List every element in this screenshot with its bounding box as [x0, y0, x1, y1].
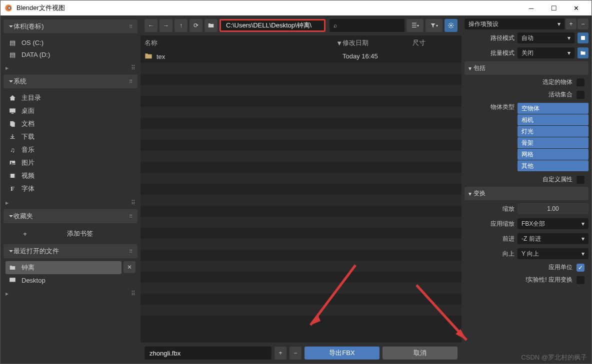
maximize-button[interactable]: ☐	[542, 0, 565, 15]
path-input[interactable]: C:\Users\DELL\Desktop\钟离\	[220, 19, 326, 32]
apply-scale-select[interactable]: FBX全部▾	[518, 218, 588, 229]
cancel-button[interactable]: 取消	[382, 347, 458, 360]
svg-point-8	[11, 162, 12, 163]
sidebar: 体积(卷标) ⠿ ▤OS (C:) ▤DATA (D:) ▸⠿ 系统 ⠿ 主目录…	[0, 15, 140, 364]
svg-rect-6	[12, 122, 15, 127]
object-type-camera[interactable]: 相机	[518, 114, 588, 125]
plus-icon: +	[23, 230, 27, 238]
favorites-header[interactable]: 收藏夹 ⠿	[4, 209, 138, 223]
sidebar-item-desktop[interactable]: 桌面	[6, 104, 136, 117]
close-button[interactable]: ✕	[565, 0, 588, 15]
experimental-label: !实验性! 应用变换	[526, 276, 572, 284]
drag-dots-icon: ⠿	[129, 79, 132, 84]
bottom-bar: zhongli.fbx + − 导出FBX 取消	[140, 343, 462, 364]
decrement-button[interactable]: −	[290, 347, 302, 360]
export-button[interactable]: 导出FBX	[304, 347, 380, 360]
path-mode-select[interactable]: 自动▾	[518, 32, 574, 43]
folder-icon	[8, 264, 16, 272]
music-icon: ♫	[8, 146, 16, 154]
display-mode-button[interactable]: ☰▾	[406, 19, 424, 32]
new-folder-button[interactable]: +	[204, 19, 218, 32]
object-types-label: 物体类型	[464, 103, 514, 111]
sidebar-item-pictures[interactable]: 图片	[6, 156, 136, 169]
chevron-down-icon: ▾	[558, 20, 560, 27]
chevron-down-icon: ▾	[582, 235, 584, 242]
sidebar-item-fonts[interactable]: F字体	[6, 182, 136, 195]
up-select[interactable]: Y 向上▾	[518, 248, 588, 259]
batch-own-dir-button[interactable]	[578, 47, 588, 58]
nav-forward-button[interactable]: →	[160, 19, 172, 32]
filter-button[interactable]: ▾	[426, 19, 442, 32]
minimize-button[interactable]: ─	[520, 0, 542, 15]
object-type-mesh[interactable]: 网格	[518, 149, 588, 160]
object-type-empty[interactable]: 空物体	[518, 103, 588, 114]
file-row[interactable]: tex Today 16:45	[140, 50, 462, 63]
active-collection-checkbox[interactable]	[576, 91, 584, 99]
remove-recent-button[interactable]: ✕	[124, 261, 136, 273]
drive-icon: ▤	[8, 50, 16, 58]
titlebar: Blender文件视图 ─ ☐ ✕	[0, 0, 592, 15]
desktop-icon	[8, 107, 16, 115]
apply-unit-checkbox[interactable]: ✓	[576, 264, 584, 272]
scale-input[interactable]: 1.00	[518, 203, 588, 214]
system-header[interactable]: 系统 ⠿	[4, 74, 138, 88]
download-icon	[8, 133, 16, 141]
apply-scale-label: 应用缩放	[464, 220, 514, 228]
object-type-light[interactable]: 灯光	[518, 126, 588, 137]
selected-objects-checkbox[interactable]	[576, 78, 584, 86]
object-type-armature[interactable]: 骨架	[518, 137, 588, 148]
file-list[interactable]: 名称▼ 修改日期 尺寸 tex Today 16:45	[140, 35, 462, 343]
custom-props-label: 自定义属性	[542, 175, 572, 184]
documents-icon	[8, 120, 16, 128]
watermark: CSDN @罗北村的枫子	[521, 353, 587, 362]
chevron-down-icon: ▾	[582, 250, 584, 257]
add-bookmark-button[interactable]: +添加书签	[6, 226, 136, 241]
forward-label: 前进	[464, 235, 514, 243]
svg-rect-4	[12, 113, 14, 114]
experimental-checkbox[interactable]	[576, 276, 584, 284]
transform-section-header[interactable]: ▾变换	[464, 187, 588, 200]
options-panel: 操作项预设▾ + − 路径模式 自动▾ 批量模式 关闭▾ ▾包括 选定的物体 活…	[462, 15, 592, 364]
recent-item[interactable]: 钟离	[6, 261, 122, 274]
drag-dots-icon: ⠿	[129, 249, 132, 254]
sidebar-item-documents[interactable]: 文档	[6, 117, 136, 130]
chevron-down-icon	[8, 249, 14, 254]
add-preset-button[interactable]: +	[566, 18, 576, 29]
remove-preset-button[interactable]: −	[578, 18, 588, 29]
preset-select[interactable]: 操作项预设▾	[464, 18, 564, 29]
recent-item[interactable]: Desktop	[6, 274, 122, 286]
window-title: Blender文件视图	[16, 3, 65, 12]
include-section-header[interactable]: ▾包括	[464, 61, 588, 75]
batch-mode-select[interactable]: 关闭▾	[518, 47, 574, 58]
sidebar-item-video[interactable]: 视频	[6, 169, 136, 182]
expand-icon[interactable]: ▸	[6, 64, 8, 71]
sidebar-item-downloads[interactable]: 下载	[6, 130, 136, 143]
increment-button[interactable]: +	[274, 347, 286, 360]
font-icon: F	[8, 185, 16, 193]
drag-dots-icon: ⠿	[129, 214, 132, 219]
volumes-header[interactable]: 体积(卷标) ⠿	[4, 19, 138, 33]
sort-icon[interactable]: ▼	[336, 39, 342, 47]
expand-icon[interactable]: ▸	[6, 290, 8, 297]
embed-textures-button[interactable]	[578, 32, 588, 43]
svg-point-14	[450, 24, 452, 26]
drag-dots-icon: ⠿	[131, 199, 136, 206]
custom-props-checkbox[interactable]	[576, 176, 584, 184]
nav-up-button[interactable]: ↑	[174, 19, 188, 32]
volume-item[interactable]: ▤DATA (D:)	[6, 48, 136, 60]
nav-back-button[interactable]: ←	[144, 19, 158, 32]
filename-input[interactable]: zhongli.fbx	[144, 347, 272, 360]
folder-icon	[144, 52, 152, 61]
object-type-other[interactable]: 其他	[518, 160, 588, 171]
volume-item[interactable]: ▤OS (C:)	[6, 36, 136, 48]
chevron-down-icon	[8, 79, 14, 84]
sidebar-item-music[interactable]: ♫音乐	[6, 143, 136, 156]
svg-rect-12	[10, 278, 16, 282]
expand-icon[interactable]: ▸	[6, 199, 8, 206]
sidebar-item-home[interactable]: 主目录	[6, 91, 136, 104]
refresh-button[interactable]: ⟳	[190, 19, 202, 32]
search-input[interactable]: ⌕	[330, 19, 404, 32]
recent-header[interactable]: 最近打开的文件 ⠿	[4, 244, 138, 258]
settings-button[interactable]	[444, 19, 458, 32]
forward-select[interactable]: -Z 前进▾	[518, 233, 588, 244]
